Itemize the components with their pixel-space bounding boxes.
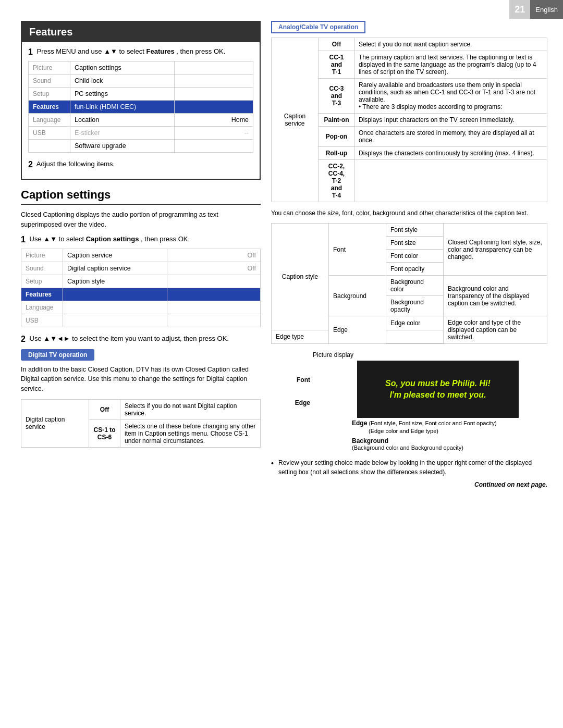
right-column: Analog/Cable TV operation Caption servic… <box>271 21 547 488</box>
item2-caption-service: Caption service <box>63 249 167 262</box>
cat-sound: Sound <box>29 75 70 88</box>
intro-text: You can choose the size, font, color, ba… <box>271 208 547 218</box>
features-box: Features 1 Press MENU and use ▲▼ to sele… <box>21 21 261 180</box>
item-child-lock: Child lock <box>70 75 175 88</box>
picture-display-label: Picture display <box>313 351 547 359</box>
caption-style-table: Caption style Font Font style Closed Cap… <box>271 223 547 344</box>
page-number-bar: 21 English <box>509 0 563 19</box>
font-size: Font size <box>386 237 444 250</box>
table-row: Picture Caption service Off <box>21 249 261 262</box>
step1b-bold: Caption settings <box>86 235 139 243</box>
item-esticker: E-sticker <box>70 127 175 140</box>
caption-service-main-label: Caption service <box>272 38 319 202</box>
font-style: Font style <box>386 224 444 237</box>
font-desc: Closed Captioning font style, size, colo… <box>444 224 547 276</box>
bullet-dot: • <box>271 458 276 469</box>
val-home: Home <box>175 114 253 127</box>
features-header: Features <box>22 22 260 42</box>
edge-color: Edge color <box>386 316 444 330</box>
tv-caption-text: So, you must be Philip. Hi! I'm pleased … <box>385 378 491 401</box>
table-row-active: Features fun-Link (HDMI CEC) <box>29 101 253 114</box>
item-location: Location <box>70 114 175 127</box>
edge-annotation: Edge (Font style, Font size, Font color … <box>352 419 547 427</box>
font-label: Font <box>329 224 386 276</box>
cs-paint-on: Paint-on <box>319 114 355 127</box>
table-row: Picture Caption settings <box>29 61 253 75</box>
table-row: Language <box>21 301 261 314</box>
val-5 <box>175 140 253 153</box>
step-num-2b: 2 <box>21 335 26 343</box>
step2b-instruction: 2 Use ▲▼◄► to select the item you want t… <box>21 335 261 344</box>
bg-desc: Background color and transparency of the… <box>444 276 547 316</box>
dtv-body: In addition to the basic Closed Caption,… <box>21 365 261 394</box>
edge-label: Edge <box>329 316 386 344</box>
caption-settings-title: Caption settings <box>21 188 261 205</box>
item-software-upgrade: Software upgrade <box>70 140 175 153</box>
val-3 <box>175 88 253 101</box>
table-row-active2: Features <box>21 288 261 301</box>
step-num-1: 1 <box>28 47 33 56</box>
font-color: Font color <box>386 250 444 263</box>
dcs-off-desc: Selects if you do not want Digital capti… <box>120 399 261 419</box>
tv-left-labels: Font Edge <box>271 361 310 406</box>
table-row: Setup PC settings <box>29 88 253 101</box>
page-language: English <box>530 0 563 19</box>
item2-empty3 <box>63 314 167 327</box>
features-title: Features <box>29 26 72 38</box>
background-annotation: Background (Background color and Backgro… <box>352 437 547 451</box>
table-row: Caption service Off Select if you do not… <box>272 38 547 51</box>
table-row: Setup Caption style <box>21 275 261 288</box>
bg-label: Background <box>329 276 386 316</box>
cs-cc24-desc <box>355 160 547 202</box>
cat-setup: Setup <box>29 88 70 101</box>
dcs-off-label: Off <box>89 399 120 419</box>
cat-features-active: Features <box>29 101 70 114</box>
step1b-end: , then press OK. <box>141 235 190 243</box>
features-menu-table: Picture Caption settings Sound Child loc… <box>28 61 253 153</box>
cs-pop-on: Pop-on <box>319 127 355 147</box>
cs-pop-on-desc: Once characters are stored in memory, th… <box>355 127 547 147</box>
bullet-review: • Review your setting choice made below … <box>271 458 547 477</box>
edge-annotation-label: Edge <box>352 419 367 427</box>
caption-body: Closed Captioning displays the audio por… <box>21 210 261 230</box>
cs-cc3: CC-3 and T-3 <box>319 79 355 114</box>
val2-6 <box>167 314 261 327</box>
step1-end: , then press OK. <box>176 47 225 55</box>
table-row: Digital caption service Off Selects if y… <box>21 399 261 419</box>
tv-screen: So, you must be Philip. Hi! I'm pleased … <box>357 361 519 418</box>
dcs-main-label: Digital caption service <box>21 399 89 447</box>
continued-text: Continued on next page. <box>271 481 547 488</box>
item-pc-settings: PC settings <box>70 88 175 101</box>
cs-cc1: CC-1 and T-1 <box>319 51 355 79</box>
item-caption-settings: Caption settings <box>70 61 175 75</box>
cs-off-desc: Select if you do not want caption servic… <box>355 38 547 51</box>
caption-service-table: Caption service Off Select if you do not… <box>271 38 547 202</box>
page-number: 21 <box>509 0 530 19</box>
cs-off: Off <box>319 38 355 51</box>
cs-cc24: CC-2, CC-4, T-2 and T-4 <box>319 160 355 202</box>
bullet-review-text: Review your setting choice made below by… <box>278 458 547 477</box>
item2-empty2 <box>63 301 167 314</box>
table-row: USB <box>21 314 261 327</box>
step1-text: Press MENU and use <box>37 47 102 55</box>
table-row: Caption style Font Font style Closed Cap… <box>272 224 547 237</box>
background-label: Background <box>352 437 547 445</box>
val-dashes: -- <box>175 127 253 140</box>
table-row: USB E-sticker -- <box>29 127 253 140</box>
cs-roll-up: Roll-up <box>319 147 355 160</box>
step2-instruction: 2 Adjust the following items. <box>28 160 253 169</box>
caption-style-main-label: Caption style <box>272 224 329 330</box>
cat-picture: Picture <box>29 61 70 75</box>
edge-type: Edge type <box>272 330 329 344</box>
table-row: Language Location Home <box>29 114 253 127</box>
analog-banner: Analog/Cable TV operation <box>271 21 365 33</box>
val-4 <box>175 101 253 114</box>
val2-1: Off <box>167 249 261 262</box>
bg-opacity: Background opacity <box>386 296 444 316</box>
val2-3 <box>167 275 261 288</box>
step-num-2: 2 <box>28 160 33 169</box>
cat2-features-active: Features <box>21 288 63 301</box>
edge-annotation-sub: (Font style, Font size, Font color and F… <box>369 420 496 426</box>
digital-caption-service-table: Digital caption service Off Selects if y… <box>21 399 261 448</box>
val2-2: Off <box>167 262 261 275</box>
